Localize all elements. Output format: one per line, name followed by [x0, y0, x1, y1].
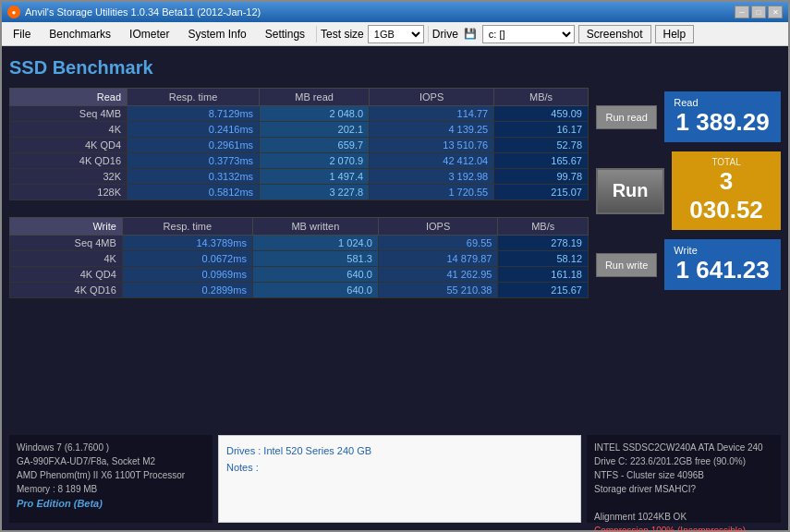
read-row-label: 4K [10, 122, 128, 138]
drives-line2: Notes : [226, 460, 573, 477]
read-mb: 1 497.4 [260, 169, 370, 185]
test-size-label: Test size [321, 28, 364, 41]
col-mbs-w: MB/s [498, 218, 589, 236]
read-resp: 0.5812ms [128, 185, 260, 200]
write-table-row: 4K QD16 0.2899ms 640.0 55 210.38 215.67 [10, 283, 589, 298]
col-iops-w: IOPS [378, 218, 498, 236]
drive-select[interactable]: c: [] [482, 25, 575, 43]
write-score-box: Write 1 641.23 [664, 239, 781, 290]
separator [316, 26, 317, 42]
read-mbs: 99.78 [494, 169, 589, 185]
run-button[interactable]: Run [596, 168, 664, 214]
write-mb: 581.3 [252, 251, 378, 267]
menu-iometer[interactable]: IOmeter [122, 26, 176, 42]
bench-tables: Read Resp. time MB read IOPS MB/s Seq 4M… [9, 88, 589, 429]
cpu-info: GA-990FXA-UD7/F8a, Socket M2 [17, 454, 205, 468]
write-row-label: 4K [10, 251, 123, 267]
drives-line1: Drives : Intel 520 Series 240 GB [226, 443, 573, 460]
read-mbs: 52.78 [494, 138, 589, 153]
screenshot-button[interactable]: Screenshot [578, 25, 651, 43]
window-controls: ─ □ ✕ [735, 6, 783, 18]
read-row-label: 4K QD4 [10, 138, 128, 153]
minimize-button[interactable]: ─ [735, 6, 749, 18]
intel-line7: Compression 100% (Incompressible) [594, 524, 773, 532]
menu-benchmarks[interactable]: Benchmarks [42, 26, 118, 42]
intel-info: INTEL SSDSC2CW240A ATA Device 240 Drive … [587, 435, 781, 523]
write-table-row: 4K 0.0672ms 581.3 14 879.87 58.12 [10, 251, 589, 267]
write-row-label: Seq 4MB [10, 236, 123, 251]
sys-info: Windows 7 (6.1.7600 ) GA-990FXA-UD7/F8a,… [9, 435, 213, 523]
read-resp: 8.7129ms [128, 106, 260, 122]
benchmark-area: Read Resp. time MB read IOPS MB/s Seq 4M… [9, 88, 781, 429]
menu-settings[interactable]: Settings [258, 26, 312, 42]
write-row-label: 4K QD16 [10, 283, 123, 298]
read-table-row: 4K 0.2416ms 202.1 4 139.25 16.17 [10, 122, 589, 138]
read-row-label: Seq 4MB [10, 106, 128, 122]
separator2 [428, 26, 429, 42]
read-iops: 114.77 [370, 106, 494, 122]
run-read-button[interactable]: Run read [596, 105, 657, 129]
run-read-row: Run read Read 1 389.29 [596, 91, 781, 144]
read-resp: 0.2961ms [128, 138, 260, 153]
read-mbs: 459.09 [494, 106, 589, 122]
write-score-label: Write [674, 245, 772, 256]
menu-system-info[interactable]: System Info [180, 26, 253, 42]
read-table-row: 32K 0.3132ms 1 497.4 3 192.98 99.78 [10, 169, 589, 185]
write-mbs: 215.67 [498, 283, 589, 298]
read-row-label: 4K QD16 [10, 153, 128, 169]
write-mb: 640.0 [252, 283, 378, 298]
write-mbs: 161.18 [498, 267, 589, 283]
bottom-area: Windows 7 (6.1.7600 ) GA-990FXA-UD7/F8a,… [9, 435, 781, 523]
run-row: Run TOTAL 3 030.52 [596, 151, 781, 230]
main-window: ● Anvil's Storage Utilities 1.0.34 Beta1… [0, 0, 790, 532]
read-score-value: 1 389.29 [674, 108, 772, 137]
page-title: SSD Benchmark [9, 54, 781, 82]
pro-edition-label: Pro Edition (Beta) [17, 496, 205, 512]
read-resp: 0.3773ms [128, 153, 260, 169]
read-mb: 2 048.0 [260, 106, 370, 122]
test-size-select[interactable]: 1GB 512MB 256MB [368, 25, 424, 43]
col-iops: IOPS [370, 89, 494, 106]
maximize-button[interactable]: □ [751, 6, 766, 18]
read-mb: 202.1 [260, 122, 370, 138]
write-mbs: 278.19 [498, 236, 589, 251]
title-bar: ● Anvil's Storage Utilities 1.0.34 Beta1… [2, 2, 788, 22]
intel-line4: Storage driver MSAHCI? [594, 482, 773, 496]
read-score-label: Read [674, 97, 772, 108]
write-resp: 0.0672ms [122, 251, 252, 267]
read-table-row: 4K QD4 0.2961ms 659.7 13 510.76 52.78 [10, 138, 589, 153]
read-row-label: 32K [10, 169, 128, 185]
col-resp-time-w: Resp. time [122, 218, 252, 236]
menu-file[interactable]: File [6, 26, 38, 42]
col-mb-read: MB read [260, 89, 370, 106]
window-title: Anvil's Storage Utilities 1.0.34 Beta11 … [25, 6, 261, 18]
write-mbs: 58.12 [498, 251, 589, 267]
write-table-row: Seq 4MB 14.3789ms 1 024.0 69.55 278.19 [10, 236, 589, 251]
read-resp: 0.3132ms [128, 169, 260, 185]
intel-line1: INTEL SSDSC2CW240A ATA Device 240 [594, 441, 773, 454]
write-score-value: 1 641.23 [674, 256, 772, 284]
run-write-button[interactable]: Run write [596, 253, 657, 277]
help-button[interactable]: Help [655, 25, 695, 43]
read-mbs: 215.07 [494, 185, 589, 200]
app-icon: ● [7, 6, 20, 18]
title-bar-left: ● Anvil's Storage Utilities 1.0.34 Beta1… [7, 6, 261, 18]
write-iops: 14 879.87 [378, 251, 498, 267]
total-score-value: 3 030.52 [681, 167, 772, 224]
read-mb: 3 227.8 [260, 185, 370, 200]
col-resp-time: Resp. time [128, 89, 260, 106]
write-mb: 1 024.0 [252, 236, 378, 251]
menu-bar: File Benchmarks IOmeter System Info Sett… [2, 22, 788, 46]
read-table-row: Seq 4MB 8.7129ms 2 048.0 114.77 459.09 [10, 106, 589, 122]
close-button[interactable]: ✕ [768, 6, 783, 18]
write-mb: 640.0 [252, 267, 378, 283]
intel-line3: NTFS - Cluster size 4096B [594, 468, 773, 482]
read-mb: 2 070.9 [260, 153, 370, 169]
memory-info: Memory : 8 189 MB [17, 482, 205, 496]
read-iops: 13 510.76 [370, 138, 494, 153]
read-iops: 1 720.55 [370, 185, 494, 200]
read-table-row: 4K QD16 0.3773ms 2 070.9 42 412.04 165.6… [10, 153, 589, 169]
col-read: Read [10, 89, 128, 106]
cpu-info2: AMD Phenom(tm) II X6 1100T Processor [17, 468, 205, 482]
read-score-box: Read 1 389.29 [664, 91, 781, 142]
